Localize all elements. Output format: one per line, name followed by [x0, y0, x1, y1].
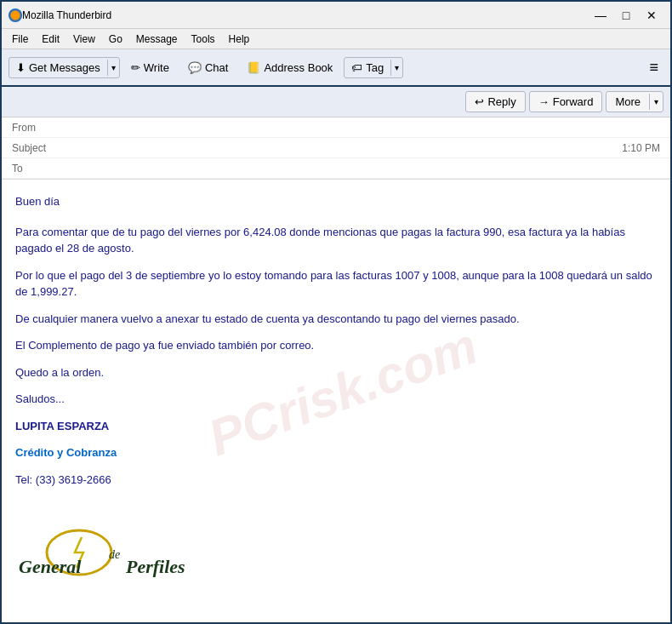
email-body: PCrisk.com Buen día Para comentar que de… — [2, 180, 670, 624]
app-icon — [9, 9, 22, 22]
from-row: From — [2, 117, 670, 138]
menu-help[interactable]: Help — [222, 31, 257, 47]
email-paragraph-6: Saludos... — [15, 391, 657, 408]
close-button[interactable]: ✕ — [640, 6, 663, 25]
company-logo: General de Perfiles — [15, 512, 219, 580]
email-paragraph-3: De cualquier manera vuelvo a anexar tu e… — [15, 311, 657, 328]
hamburger-menu-icon[interactable]: ≡ — [644, 55, 663, 80]
more-dropdown-arrow[interactable]: ▾ — [649, 94, 663, 110]
forward-button[interactable]: → Forward — [529, 91, 603, 112]
menu-message[interactable]: Message — [129, 31, 185, 47]
tag-label: Tag — [366, 61, 384, 74]
menu-view[interactable]: View — [66, 31, 102, 47]
to-row: To — [2, 158, 670, 179]
tel-label: Tel: — [15, 473, 32, 486]
signature-tel: Tel: (33) 3619-2666 — [15, 472, 657, 489]
tag-dropdown-arrow[interactable]: ▾ — [390, 60, 402, 76]
reply-button[interactable]: ↩ Reply — [465, 91, 525, 112]
main-toolbar: ⬇ Get Messages ▾ ✏ Write 💬 Chat 📒 Addres… — [2, 49, 670, 87]
email-greeting: Buen día — [15, 193, 657, 210]
svg-text:General: General — [19, 556, 82, 577]
write-label: Write — [144, 61, 169, 74]
svg-text:de: de — [109, 548, 120, 561]
email-paragraph-1: Para comentar que de tu pago del viernes… — [15, 224, 657, 257]
to-label: To — [12, 163, 56, 175]
address-book-button[interactable]: 📒 Address Book — [239, 57, 340, 78]
subject-label: Subject — [12, 142, 56, 154]
menu-go[interactable]: Go — [102, 31, 129, 47]
write-icon: ✏ — [131, 61, 140, 74]
tag-icon: 🏷 — [351, 61, 362, 74]
chat-button[interactable]: 💬 Chat — [180, 57, 236, 78]
subject-row: Subject 1:10 PM — [2, 138, 670, 158]
reply-icon: ↩ — [475, 95, 484, 108]
menu-edit[interactable]: Edit — [35, 31, 66, 47]
email-time: 1:10 PM — [622, 142, 660, 154]
email-header: From Subject 1:10 PM To — [2, 117, 670, 180]
action-toolbar: ↩ Reply → Forward More ▾ — [2, 87, 670, 117]
more-label: More — [615, 95, 641, 108]
svg-text:Perfiles: Perfiles — [125, 556, 185, 577]
window-title: Mozilla Thunderbird — [22, 9, 589, 21]
company-logo-area: General de Perfiles — [15, 498, 657, 596]
get-messages-icon: ⬇ — [16, 61, 26, 74]
window-controls: — □ ✕ — [589, 6, 663, 25]
signature-name: LUPITA ESPARZA — [15, 418, 657, 435]
email-paragraph-2: Por lo que el pago del 3 de septiembre y… — [15, 267, 657, 301]
reply-label: Reply — [487, 95, 515, 108]
get-messages-split-button[interactable]: ⬇ Get Messages ▾ — [9, 57, 120, 78]
write-button[interactable]: ✏ Write — [123, 57, 177, 78]
from-label: From — [12, 122, 56, 134]
chat-icon: 💬 — [188, 61, 202, 74]
address-book-icon: 📒 — [247, 61, 260, 74]
signature-dept: Crédito y Cobranza — [15, 444, 657, 461]
more-split-button[interactable]: More ▾ — [606, 91, 663, 112]
menu-file[interactable]: File — [5, 31, 35, 47]
menu-bar: File Edit View Go Message Tools Help — [2, 29, 670, 49]
title-bar: Mozilla Thunderbird — □ ✕ — [2, 2, 670, 29]
chat-label: Chat — [205, 61, 228, 74]
minimize-button[interactable]: — — [589, 6, 612, 25]
maximize-button[interactable]: □ — [614, 6, 638, 25]
menu-tools[interactable]: Tools — [185, 31, 222, 47]
get-messages-dropdown-arrow[interactable]: ▾ — [107, 60, 119, 76]
tel-value: (33) 3619-2666 — [36, 473, 111, 486]
forward-icon: → — [538, 95, 550, 108]
email-paragraph-5: Quedo a la orden. — [15, 364, 657, 381]
tag-split-button[interactable]: 🏷 Tag ▾ — [344, 57, 403, 78]
address-book-label: Address Book — [264, 61, 333, 74]
email-paragraph-4: El Complemento de pago ya fue enviado ta… — [15, 337, 657, 354]
forward-label: Forward — [553, 95, 594, 108]
email-content-area: PCrisk.com Buen día Para comentar que de… — [2, 180, 670, 624]
get-messages-label: Get Messages — [29, 61, 100, 74]
